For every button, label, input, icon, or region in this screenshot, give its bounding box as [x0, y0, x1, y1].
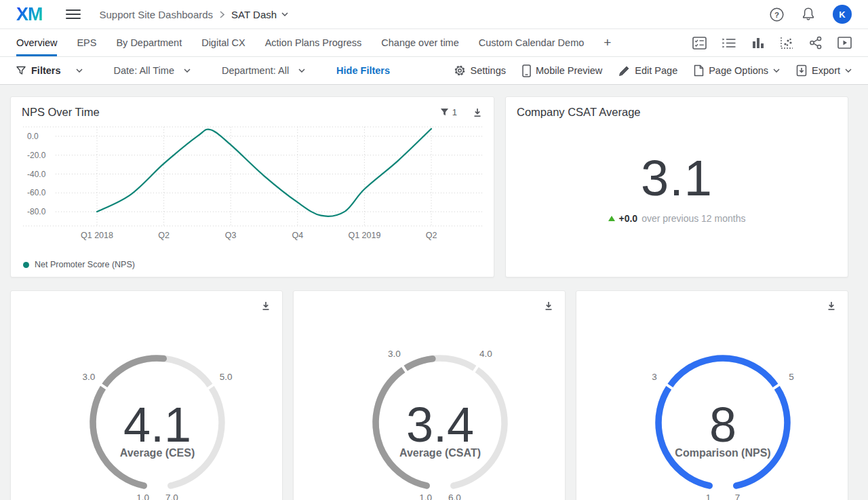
page-options-dropdown[interactable]: Page Options — [694, 64, 780, 77]
svg-text:Q1 2018: Q1 2018 — [81, 231, 113, 240]
chevron-down-icon — [298, 69, 305, 73]
tab-action-plans-progress[interactable]: Action Plans Progress — [265, 29, 362, 56]
svg-text:5: 5 — [789, 372, 794, 382]
filter-bar: Filters Date: All Time Department: All H… — [0, 57, 868, 85]
ces-gauge-chart: 3.05.01.07.04.1Average (CES) — [22, 321, 271, 500]
svg-text:Q4: Q4 — [292, 231, 303, 240]
widget-title: Company CSAT Average — [517, 106, 641, 119]
present-icon[interactable] — [837, 37, 852, 49]
top-nav: XM Support Site Dashboards SAT Dash ? K — [0, 0, 868, 29]
nps-gauge-chart: 35178Comparison (NPS) — [587, 321, 837, 500]
settings-button[interactable]: Settings — [454, 64, 506, 77]
svg-text:1.0: 1.0 — [136, 493, 149, 500]
tab-change-over-time[interactable]: Change over time — [381, 29, 458, 56]
tab-by-department[interactable]: By Department — [116, 29, 182, 56]
user-avatar[interactable]: K — [833, 5, 852, 24]
svg-text:0.0: 0.0 — [27, 132, 39, 141]
widget-average-ces: 3.05.01.07.04.1Average (CES) — [10, 290, 283, 500]
svg-text:-60.0: -60.0 — [27, 188, 46, 197]
legend-dot — [23, 262, 29, 268]
svg-text:8: 8 — [709, 398, 736, 452]
widget-nps-over-time: NPS Over Time 1 0.0-20.0-40.0-60.0-80.0Q… — [10, 96, 494, 277]
svg-text:-20.0: -20.0 — [27, 151, 46, 160]
page-tab-bar: Overview EPS By Department Digital CX Ac… — [0, 29, 868, 57]
chevron-down-icon — [281, 12, 288, 16]
edit-page-button[interactable]: Edit Page — [618, 65, 677, 77]
breadcrumb-root[interactable]: Support Site Dashboards — [100, 9, 214, 20]
kpi-value: 3.1 — [641, 153, 713, 204]
chart-legend: Net Promoter Score (NPS) — [22, 260, 483, 269]
gear-icon — [454, 64, 466, 77]
svg-text:5.0: 5.0 — [220, 372, 233, 382]
notifications-bell-icon[interactable] — [802, 7, 815, 22]
download-icon[interactable] — [543, 301, 554, 311]
filters-dropdown[interactable]: Filters — [16, 65, 83, 76]
widget-comparison-nps: 35178Comparison (NPS) — [576, 290, 848, 500]
widget-average-csat: 3.04.01.06.03.4Average (CSAT) — [293, 290, 566, 500]
svg-text:Average (CES): Average (CES) — [120, 447, 195, 459]
widget-company-csat-average: Company CSAT Average 3.1 +0.0 over previ… — [505, 96, 848, 277]
svg-text:Comparison (NPS): Comparison (NPS) — [675, 447, 770, 459]
funnel-icon — [16, 66, 26, 75]
widget-title: NPS Over Time — [22, 106, 100, 119]
pencil-icon — [618, 65, 630, 77]
delta-up-triangle-icon — [608, 216, 615, 221]
hamburger-menu-icon[interactable] — [66, 7, 81, 22]
download-icon[interactable] — [472, 107, 483, 118]
phone-icon — [522, 64, 531, 77]
svg-text:3.4: 3.4 — [406, 398, 474, 452]
scatter-chart-icon[interactable] — [780, 37, 794, 50]
svg-text:3.0: 3.0 — [83, 372, 96, 382]
svg-text:4.1: 4.1 — [123, 398, 191, 452]
share-icon[interactable] — [809, 36, 823, 50]
legend-label: Net Promoter Score (NPS) — [35, 260, 135, 269]
breadcrumb-current[interactable]: SAT Dash — [231, 9, 288, 20]
export-icon — [796, 64, 807, 77]
svg-text:3.0: 3.0 — [388, 349, 401, 359]
xm-logo[interactable]: XM — [16, 4, 43, 25]
svg-text:4.0: 4.0 — [479, 349, 492, 359]
chevron-down-icon — [845, 69, 852, 73]
hide-filters-link[interactable]: Hide Filters — [336, 65, 390, 76]
tab-overview[interactable]: Overview — [16, 29, 57, 56]
download-icon[interactable] — [260, 301, 271, 311]
department-filter-dropdown[interactable]: Department: All — [222, 65, 305, 76]
dashboard-content: NPS Over Time 1 0.0-20.0-40.0-60.0-80.0Q… — [0, 85, 868, 500]
svg-text:Q1 2019: Q1 2019 — [348, 231, 380, 240]
svg-text:-40.0: -40.0 — [27, 170, 46, 179]
kpi-delta: +0.0 — [619, 213, 638, 224]
svg-text:?: ? — [774, 10, 779, 18]
tab-custom-calendar-demo[interactable]: Custom Calendar Demo — [479, 29, 585, 56]
export-dropdown[interactable]: Export — [796, 64, 852, 77]
svg-text:Q3: Q3 — [225, 231, 237, 240]
mobile-preview-button[interactable]: Mobile Preview — [522, 64, 602, 77]
bar-chart-icon[interactable] — [751, 37, 765, 50]
svg-text:Q2: Q2 — [426, 231, 437, 240]
svg-text:1: 1 — [706, 493, 711, 500]
download-icon[interactable] — [826, 301, 837, 311]
chevron-down-icon — [184, 69, 191, 73]
add-page-button[interactable]: + — [604, 29, 611, 56]
svg-text:3: 3 — [652, 372, 657, 382]
widget-filter-indicator[interactable]: 1 — [440, 107, 457, 117]
svg-text:6.0: 6.0 — [448, 493, 461, 500]
svg-text:7.0: 7.0 — [165, 493, 178, 500]
chevron-right-icon — [220, 11, 224, 18]
chevron-down-icon — [76, 69, 83, 73]
tab-eps[interactable]: EPS — [77, 29, 96, 56]
help-icon[interactable]: ? — [770, 7, 784, 22]
list-icon[interactable] — [722, 37, 736, 50]
svg-text:7: 7 — [735, 493, 741, 500]
svg-text:-80.0: -80.0 — [27, 207, 46, 216]
csat-gauge-chart: 3.04.01.06.03.4Average (CSAT) — [304, 321, 554, 500]
date-filter-dropdown[interactable]: Date: All Time — [114, 65, 191, 76]
chevron-down-icon — [773, 69, 780, 73]
tab-digital-cx[interactable]: Digital CX — [201, 29, 245, 56]
svg-text:Q2: Q2 — [158, 231, 170, 240]
funnel-filled-icon — [440, 108, 449, 117]
nps-line-chart: 0.0-20.0-40.0-60.0-80.0Q1 2018Q2Q3Q4Q1 2… — [22, 123, 483, 242]
svg-text:1.0: 1.0 — [419, 493, 432, 500]
svg-text:Average (CSAT): Average (CSAT) — [399, 447, 481, 459]
breadcrumb: Support Site Dashboards SAT Dash — [100, 9, 289, 20]
checklist-icon[interactable] — [692, 37, 707, 50]
